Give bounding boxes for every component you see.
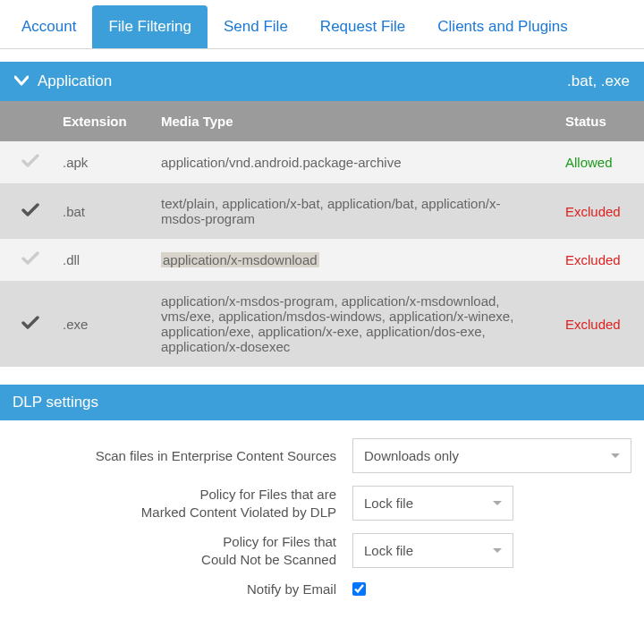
caret-down-icon [611, 453, 620, 458]
caret-down-icon [493, 548, 502, 553]
col-media-type: Media Type [150, 101, 555, 141]
row-media-type: text/plain, application/x-bat, applicati… [150, 183, 555, 239]
filter-table: Extension Media Type Status .apkapplicat… [0, 101, 644, 367]
scan-select-value: Downloads only [364, 448, 459, 463]
dlp-settings-body: Scan files in Enterprise Content Sources… [0, 420, 644, 598]
col-check [0, 101, 52, 141]
section-title: Application [38, 72, 112, 90]
chevron-down-icon [14, 72, 29, 90]
dlp-row-noscan: Policy for Files that Could Not be Scann… [13, 533, 631, 568]
row-extension: .apk [52, 141, 150, 183]
tab-account[interactable]: Account [5, 5, 92, 48]
application-section-header[interactable]: Application .bat, .exe [0, 62, 644, 101]
row-check-icon[interactable] [0, 183, 52, 239]
table-row: .battext/plain, application/x-bat, appli… [0, 183, 644, 239]
row-status: Excluded [555, 183, 644, 239]
tab-file-filtering[interactable]: File Filtering [92, 5, 208, 48]
scan-label: Scan files in Enterprise Content Sources [13, 447, 352, 465]
table-row: .exeapplication/x-msdos-program, applica… [0, 281, 644, 367]
row-extension: .exe [52, 281, 150, 367]
tab-send-file[interactable]: Send File [208, 5, 304, 48]
noscan-select[interactable]: Lock file [352, 533, 513, 568]
row-extension: .bat [52, 183, 150, 239]
noscan-select-value: Lock file [364, 543, 413, 558]
col-extension: Extension [52, 101, 150, 141]
table-row: .apkapplication/vnd.android.package-arch… [0, 141, 644, 183]
caret-down-icon [493, 501, 502, 505]
tab-request-file[interactable]: Request File [304, 5, 421, 48]
row-media-type: application/x-msdownload [150, 239, 555, 281]
dlp-row-violated: Policy for Files that are Marked Content… [13, 486, 631, 521]
row-status: Excluded [555, 239, 644, 281]
row-extension: .dll [52, 239, 150, 281]
row-media-type: application/x-msdos-program, application… [150, 281, 555, 367]
row-status: Excluded [555, 281, 644, 367]
violated-label: Policy for Files that are Marked Content… [13, 486, 352, 521]
scan-select[interactable]: Downloads only [352, 438, 631, 473]
violated-select-value: Lock file [364, 496, 413, 511]
tabs: Account File Filtering Send File Request… [0, 0, 644, 49]
noscan-label: Policy for Files that Could Not be Scann… [13, 533, 352, 568]
row-media-type: application/vnd.android.package-archive [150, 141, 555, 183]
violated-select[interactable]: Lock file [352, 486, 513, 521]
dlp-row-notify: Notify by Email [13, 580, 631, 598]
row-check-icon[interactable] [0, 239, 52, 281]
notify-label: Notify by Email [13, 580, 352, 598]
row-check-icon[interactable] [0, 281, 52, 367]
dlp-settings-header: DLP settings [0, 385, 644, 420]
table-row: .dllapplication/x-msdownloadExcluded [0, 239, 644, 281]
row-status: Allowed [555, 141, 644, 183]
row-check-icon[interactable] [0, 141, 52, 183]
table-header-row: Extension Media Type Status [0, 101, 644, 141]
col-status: Status [555, 101, 644, 141]
dlp-row-scan: Scan files in Enterprise Content Sources… [13, 438, 631, 473]
notify-checkbox[interactable] [352, 582, 366, 596]
tab-clients-plugins[interactable]: Clients and Plugins [421, 5, 584, 48]
section-summary: .bat, .exe [567, 72, 630, 90]
